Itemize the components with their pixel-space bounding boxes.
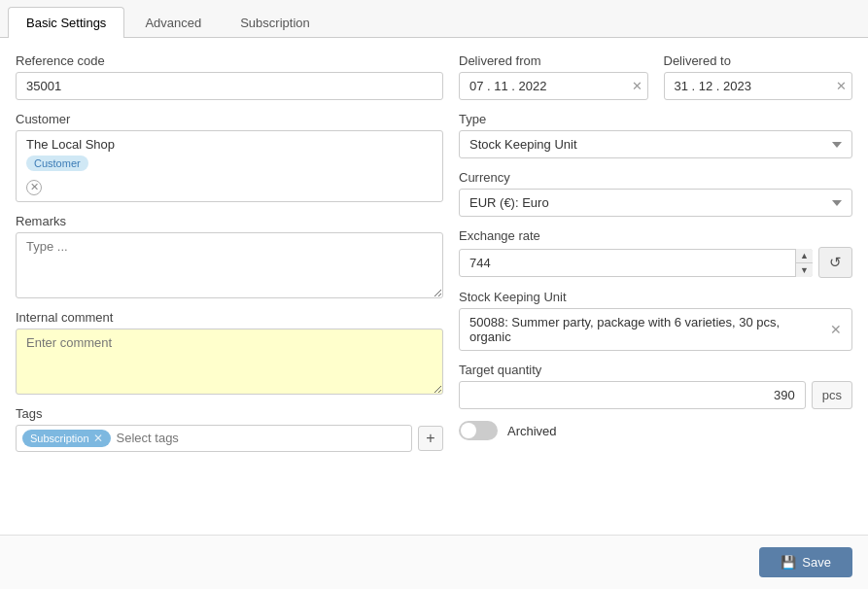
- archived-toggle[interactable]: [459, 421, 498, 440]
- exchange-rate-input[interactable]: [459, 249, 813, 277]
- customer-group: Customer The Local Shop Customer ✕: [16, 112, 443, 202]
- remarks-textarea[interactable]: [16, 232, 443, 298]
- delivered-to-clear-btn[interactable]: ✕: [836, 79, 847, 93]
- tab-subscription[interactable]: Subscription: [222, 7, 329, 38]
- archived-label: Archived: [507, 424, 557, 438]
- exchange-rate-refresh-btn[interactable]: ↺: [818, 247, 852, 278]
- customer-remove-btn[interactable]: ✕: [26, 180, 42, 195]
- sku-clear-btn[interactable]: ✕: [830, 322, 842, 337]
- exchange-rate-group: Exchange rate ▲ ▼ ↺: [459, 228, 852, 278]
- spinner-buttons: ▲ ▼: [795, 249, 813, 277]
- customer-badge: Customer: [26, 156, 88, 171]
- sku-value: 50088: Summer party, package with 6 vari…: [469, 315, 824, 344]
- currency-group: Currency EUR (€): EuroUSD ($): Dollar: [459, 170, 852, 217]
- delivered-from-clear-btn[interactable]: ✕: [632, 79, 642, 93]
- internal-comment-textarea[interactable]: [16, 329, 443, 395]
- delivered-to-group: Delivered to ✕: [664, 53, 853, 100]
- subscription-tag-text: Subscription: [30, 433, 89, 444]
- sku-label: Stock Keeping Unit: [459, 290, 852, 304]
- customer-name: The Local Shop: [26, 137, 433, 152]
- main-content: Reference code Customer The Local Shop C…: [0, 38, 868, 535]
- exchange-rate-wrapper: ▲ ▼ ↺: [459, 247, 852, 278]
- reference-code-group: Reference code: [16, 53, 443, 100]
- tags-group: Tags Subscription ✕ +: [16, 406, 443, 452]
- remarks-group: Remarks: [16, 214, 443, 298]
- internal-comment-label: Internal comment: [16, 310, 443, 325]
- sku-group: Stock Keeping Unit 50088: Summer party, …: [459, 290, 852, 351]
- delivered-row: Delivered from ✕ Delivered to ✕: [459, 53, 852, 100]
- customer-box: The Local Shop Customer ✕: [16, 130, 443, 202]
- tag-remove-btn[interactable]: ✕: [93, 432, 103, 445]
- sku-wrapper: 50088: Summer party, package with 6 vari…: [459, 308, 852, 351]
- left-column: Reference code Customer The Local Shop C…: [16, 53, 443, 519]
- currency-label: Currency: [459, 170, 852, 185]
- save-button[interactable]: 💾 Save: [759, 547, 852, 577]
- spinner-up-btn[interactable]: ▲: [796, 249, 813, 263]
- save-label: Save: [802, 555, 831, 570]
- delivered-to-input[interactable]: [664, 72, 853, 100]
- customer-label: Customer: [16, 112, 443, 126]
- target-quantity-wrapper: pcs: [459, 381, 852, 409]
- remarks-label: Remarks: [16, 214, 443, 228]
- subscription-tag: Subscription ✕: [22, 430, 111, 447]
- tab-basic-settings[interactable]: Basic Settings: [8, 7, 124, 38]
- exchange-rate-label: Exchange rate: [459, 228, 852, 243]
- target-quantity-unit: pcs: [812, 381, 852, 409]
- right-column: Delivered from ✕ Delivered to ✕ Type: [459, 53, 852, 519]
- tags-input-area: Subscription ✕: [16, 425, 412, 452]
- target-quantity-label: Target quantity: [459, 363, 852, 377]
- tags-select-input[interactable]: [117, 431, 405, 445]
- save-icon: 💾: [781, 555, 796, 570]
- target-quantity-group: Target quantity pcs: [459, 363, 852, 409]
- delivered-from-wrapper: ✕: [459, 72, 648, 100]
- tabs-bar: Basic Settings Advanced Subscription: [0, 0, 868, 38]
- delivered-from-group: Delivered from ✕: [459, 53, 648, 100]
- tab-advanced[interactable]: Advanced: [126, 7, 220, 38]
- exchange-rate-input-wrapper: ▲ ▼: [459, 249, 813, 277]
- currency-select[interactable]: EUR (€): EuroUSD ($): Dollar: [459, 189, 852, 217]
- delivered-from-input[interactable]: [459, 72, 648, 100]
- customer-badge-text: Customer: [34, 157, 81, 169]
- delivered-to-label: Delivered to: [664, 53, 853, 68]
- internal-comment-group: Internal comment: [16, 310, 443, 395]
- reference-code-label: Reference code: [16, 53, 443, 68]
- archived-wrapper: Archived: [459, 421, 852, 440]
- page-wrapper: Basic Settings Advanced Subscription Ref…: [0, 0, 868, 589]
- target-quantity-input[interactable]: [459, 381, 806, 409]
- footer: 💾 Save: [0, 535, 868, 589]
- reference-code-input[interactable]: [16, 72, 443, 100]
- type-select[interactable]: Stock Keeping UnitOther: [459, 130, 852, 158]
- tags-label: Tags: [16, 406, 443, 421]
- delivered-to-wrapper: ✕: [664, 72, 853, 100]
- type-label: Type: [459, 112, 852, 126]
- delivered-from-label: Delivered from: [459, 53, 648, 68]
- tags-add-button[interactable]: +: [418, 426, 443, 451]
- spinner-down-btn[interactable]: ▼: [796, 263, 813, 277]
- archived-toggle-thumb: [461, 423, 476, 438]
- type-group: Type Stock Keeping UnitOther: [459, 112, 852, 158]
